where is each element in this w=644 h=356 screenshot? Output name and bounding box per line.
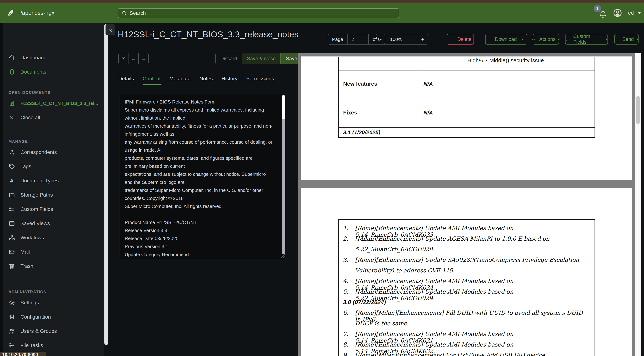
user-caret-icon bbox=[638, 12, 641, 14]
pdf-scrollbar-thumb[interactable] bbox=[636, 96, 640, 124]
user-menu[interactable] bbox=[613, 8, 622, 17]
status-url-tooltip: 10.10.20.70:8000 bbox=[0, 352, 46, 356]
pdf-release-notes-list: 1.[Rome][Enhancements] Update AMI Module… bbox=[338, 219, 595, 356]
sidebar-item-close-all[interactable]: Close all bbox=[0, 110, 104, 125]
sidebar-item-documents[interactable]: Documents bbox=[0, 65, 104, 79]
sidebar-item-workflows[interactable]: Workflows bbox=[0, 230, 104, 245]
sidebar-item-h12ssl-i-c-ct-nt-bios-3-3-rel[interactable]: H12SSL-i_C_CT_NT_BIOS_3.3_rel... bbox=[0, 96, 104, 110]
actions-caret-icon: ▾ bbox=[558, 37, 560, 42]
delete-button[interactable]: Delete bbox=[447, 34, 474, 44]
pdf-list-line: DHCP is the same. bbox=[343, 320, 588, 326]
pdf-viewer[interactable]: High/6.7 Middle)) security issue New fea… bbox=[298, 53, 635, 356]
pdf-list-number: 2. bbox=[343, 235, 350, 242]
global-search[interactable] bbox=[118, 8, 399, 18]
brand[interactable]: Paperless-ngx bbox=[7, 2, 54, 23]
tab-metadata[interactable]: Metadata bbox=[170, 76, 191, 85]
detail-tabs: DetailsContentMetadataNotesHistoryPermis… bbox=[118, 76, 274, 85]
pdf-list-number: 3. bbox=[343, 256, 350, 263]
send-button[interactable]: Send ▾ bbox=[614, 34, 638, 44]
textarea-scrollbar-thumb[interactable] bbox=[282, 95, 285, 119]
next-document-button[interactable]: → bbox=[138, 53, 148, 64]
sidebar-item-settings[interactable]: Settings bbox=[0, 296, 104, 310]
save-button-group: Discard Save & close Save bbox=[215, 53, 302, 64]
sidebar: DashboardDocumentsOPEN DOCUMENTSH12SSL-i… bbox=[0, 23, 104, 356]
download-dropdown-button[interactable]: ▾ bbox=[518, 34, 527, 44]
textarea-resize-handle[interactable] bbox=[281, 254, 286, 258]
collapse-panel-button[interactable]: « bbox=[106, 24, 115, 36]
download-caret-icon: ▾ bbox=[522, 37, 524, 42]
pdf-list-text: Vulnerability) to address CVE-119 bbox=[343, 267, 453, 274]
sidebar-item-tags[interactable]: Tags bbox=[0, 160, 104, 174]
document-nav-group: x ← → bbox=[118, 53, 148, 64]
pdf-page-1: High/6.7 Middle)) security issue New fea… bbox=[301, 56, 632, 180]
sidebar-item-label: File Tasks bbox=[20, 342, 43, 348]
page-number-input[interactable] bbox=[352, 36, 364, 42]
sidebar-item-label: Users & Groups bbox=[20, 328, 57, 334]
sidebar-group: MANAGECorrespondentsTags#Document TypesS… bbox=[0, 138, 104, 273]
sidebar-item-label: Document Types bbox=[20, 178, 59, 184]
person-icon bbox=[9, 149, 15, 155]
sidebar-item-label: Dashboard bbox=[20, 55, 46, 60]
send-caret-icon: ▾ bbox=[636, 37, 638, 42]
custom-fields-caret-icon: ▾ bbox=[606, 37, 608, 42]
zoom-level-select[interactable]: 100% ⌄ bbox=[386, 34, 417, 44]
brand-name: Paperless-ngx bbox=[18, 10, 54, 16]
sidebar-item-users-groups[interactable]: Users & Groups bbox=[0, 324, 104, 338]
pdf-list-text: [Rome][Milan][Enhancements] For UsbBus-e… bbox=[355, 352, 588, 356]
delete-label: Delete bbox=[457, 36, 472, 42]
tab-content[interactable]: Content bbox=[143, 76, 161, 85]
sidebar-item-label: Close all bbox=[20, 115, 40, 120]
zoom-out-button[interactable]: - bbox=[376, 34, 386, 44]
sidebar-item-document-types[interactable]: #Document Types bbox=[0, 174, 104, 188]
download-button[interactable]: Download bbox=[485, 34, 518, 44]
sidebar-item-correspondents[interactable]: Correspondents bbox=[0, 145, 104, 160]
pdf-cell-label: New features bbox=[343, 81, 377, 87]
pdf-list-line: 5.22_MilanCrb_0ACOU028. bbox=[343, 246, 588, 252]
sidebar-scrollbar[interactable] bbox=[104, 24, 108, 345]
sidebar-section-header: MANAGE bbox=[0, 138, 104, 145]
content-textarea[interactable]: IPMI Firmware / BIOS Release Notes Form … bbox=[125, 98, 278, 258]
saved-views-icon bbox=[9, 220, 15, 226]
sidebar-item-mail[interactable]: Mail bbox=[0, 245, 104, 259]
pdf-list-line: Vulnerability) to address CVE-119 bbox=[343, 267, 588, 274]
tab-history[interactable]: History bbox=[222, 76, 238, 85]
save-and-close-button[interactable]: Save & close bbox=[242, 53, 281, 64]
custom-fields-button[interactable]: Custom Fields ▾ bbox=[565, 34, 608, 44]
mail-icon bbox=[9, 249, 15, 255]
zoom-caret-icon: ⌄ bbox=[410, 37, 413, 42]
sidebar-item-file-tasks[interactable]: File Tasks bbox=[0, 338, 104, 352]
document-text-icon bbox=[9, 100, 15, 106]
notifications-button[interactable]: 3 bbox=[597, 8, 607, 18]
sidebar-item-storage-paths[interactable]: Storage Paths bbox=[0, 188, 104, 202]
pdf-cell-value: N/A bbox=[424, 81, 433, 87]
send-icon bbox=[615, 36, 620, 42]
zoom-in-button[interactable]: + bbox=[417, 34, 428, 44]
sidebar-item-configuration[interactable]: Configuration bbox=[0, 310, 104, 324]
pdf-list-line: 2.[Milan][Enhancements] Update AGESA Mil… bbox=[343, 235, 588, 242]
username[interactable]: ed bbox=[628, 10, 634, 16]
window-top-strip bbox=[0, 0, 644, 2]
file-tasks-icon bbox=[9, 342, 15, 348]
send-label: Send bbox=[622, 36, 634, 42]
sidebar-group: DashboardDocuments bbox=[0, 50, 104, 79]
sidebar-section-header: OPEN DOCUMENTS bbox=[0, 89, 104, 96]
search-input[interactable] bbox=[130, 10, 396, 16]
sidebar-item-trash[interactable]: Trash bbox=[0, 259, 104, 273]
sidebar-item-saved-views[interactable]: Saved Views bbox=[0, 216, 104, 230]
tab-permissions[interactable]: Permissions bbox=[246, 76, 274, 85]
sidebar-item-label: Saved Views bbox=[20, 220, 50, 226]
paperless-app: Paperless-ngx 3 ed DashboardDocumentsOPE… bbox=[0, 0, 644, 356]
close-document-button[interactable]: x bbox=[119, 53, 128, 64]
tab-details[interactable]: Details bbox=[118, 76, 134, 85]
actions-button[interactable]: ⋯ Actions ▾ bbox=[533, 34, 559, 44]
sidebar-section-header: ADMINISTRATION bbox=[0, 288, 104, 296]
sidebar-item-dashboard[interactable]: Dashboard bbox=[0, 50, 104, 65]
top-navbar: Paperless-ngx 3 ed bbox=[0, 2, 644, 23]
pdf-list-text: [Rome][Enhancements] Update SA50289(Tian… bbox=[355, 256, 579, 263]
tab-notes[interactable]: Notes bbox=[199, 76, 213, 85]
sidebar-item-label: Storage Paths bbox=[20, 192, 53, 198]
sidebar-item-custom-fields[interactable]: Custom Fields bbox=[0, 202, 104, 216]
previous-document-button[interactable]: ← bbox=[128, 53, 138, 64]
discard-button[interactable]: Discard bbox=[215, 53, 242, 64]
sliders-icon bbox=[9, 314, 15, 320]
